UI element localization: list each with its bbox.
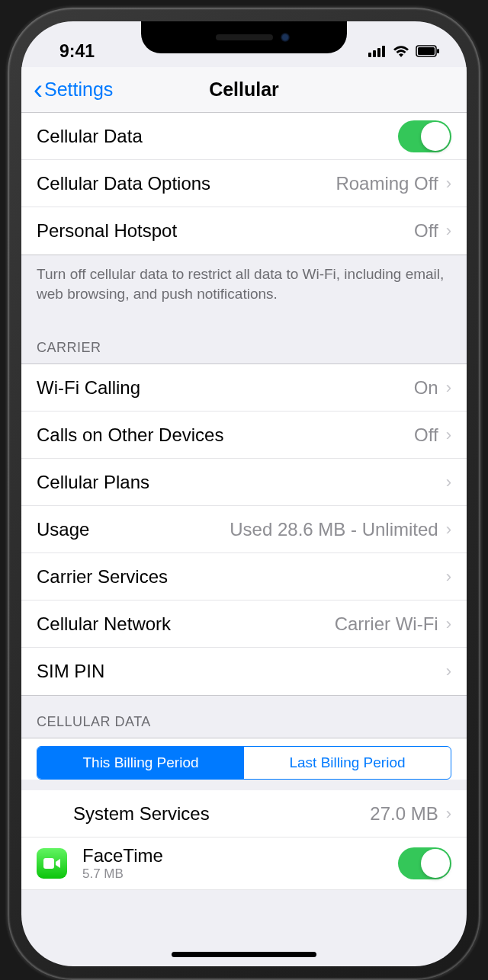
system-services-label: System Services [73,803,370,825]
usage-row[interactable]: Usage Used 28.6 MB - Unlimited › [21,506,467,553]
main-section: Cellular Data Cellular Data Options Roam… [21,113,467,255]
sim-pin-row[interactable]: SIM PIN › [21,648,467,695]
battery-icon [416,41,440,62]
usage-value: Used 28.6 MB - Unlimited [230,519,438,540]
facetime-usage: 5.7 MB [82,866,398,882]
status-time: 9:41 [59,41,95,62]
wifi-calling-value: On [414,377,438,399]
facetime-label: FaceTime [82,845,398,866]
cellular-plans-label: Cellular Plans [37,472,446,493]
chevron-left-icon: ‹ [34,76,43,104]
calls-other-devices-value: Off [414,424,438,446]
calls-other-devices-label: Calls on Other Devices [37,424,414,446]
personal-hotspot-value: Off [414,220,438,242]
cellular-data-row[interactable]: Cellular Data [21,113,467,160]
wifi-calling-row[interactable]: Wi-Fi Calling On › [21,364,467,412]
wifi-calling-label: Wi-Fi Calling [37,377,414,399]
system-services-row[interactable]: System Services 27.0 MB › [21,790,467,837]
calls-other-devices-row[interactable]: Calls on Other Devices Off › [21,412,467,459]
svg-rect-1 [373,50,376,57]
carrier-services-row[interactable]: Carrier Services › [21,553,467,600]
svg-rect-5 [418,47,435,55]
chevron-right-icon: › [446,472,451,492]
cellular-network-value: Carrier Wi-Fi [335,613,438,635]
section-footer-text: Turn off cellular data to restrict all d… [21,255,467,322]
wifi-icon [393,41,409,62]
cellular-data-toggle[interactable] [398,120,451,152]
svg-rect-0 [368,53,371,57]
billing-segmented-control: This Billing Period Last Billing Period [37,746,451,780]
cellular-network-row[interactable]: Cellular Network Carrier Wi-Fi › [21,600,467,648]
notch [141,21,347,53]
chevron-right-icon: › [446,661,451,681]
facetime-icon [37,848,67,879]
chevron-right-icon: › [446,221,451,241]
cellular-signal-icon [368,41,387,62]
svg-rect-7 [43,858,54,869]
chevron-right-icon: › [446,378,451,398]
cellular-data-options-label: Cellular Data Options [37,173,336,194]
carrier-section: Wi-Fi Calling On › Calls on Other Device… [21,363,467,696]
svg-rect-6 [437,49,439,53]
usage-label: Usage [37,519,230,540]
chevron-right-icon: › [446,520,451,540]
back-button[interactable]: ‹ Settings [34,76,113,104]
segment-last-period[interactable]: Last Billing Period [244,747,451,779]
facetime-row[interactable]: FaceTime 5.7 MB [21,837,467,890]
screen: 9:41 ‹ Settings Cellular C [21,21,467,966]
facetime-toggle[interactable] [398,847,451,879]
back-label: Settings [44,78,113,101]
home-indicator[interactable] [172,952,316,957]
sim-pin-label: SIM PIN [37,661,446,682]
page-title: Cellular [209,78,279,101]
cellular-data-label: Cellular Data [37,126,398,147]
personal-hotspot-label: Personal Hotspot [37,220,414,242]
cellular-data-header: CELLULAR DATA [21,696,467,738]
svg-rect-3 [382,46,385,57]
segment-this-period[interactable]: This Billing Period [37,747,244,779]
cellular-network-label: Cellular Network [37,613,335,635]
status-icons [368,41,440,62]
chevron-right-icon: › [446,174,451,194]
chevron-right-icon: › [446,425,451,445]
carrier-header: CARRIER [21,322,467,363]
navigation-bar: ‹ Settings Cellular [21,67,467,113]
phone-frame: 9:41 ‹ Settings Cellular C [8,8,480,980]
cellular-data-usage-section: System Services 27.0 MB › FaceTime 5.7 M… [21,790,467,890]
chevron-right-icon: › [446,804,451,824]
svg-rect-2 [377,48,380,57]
personal-hotspot-row[interactable]: Personal Hotspot Off › [21,207,467,255]
cellular-data-options-value: Roaming Off [336,173,438,194]
carrier-services-label: Carrier Services [37,566,446,588]
system-services-value: 27.0 MB [370,803,438,825]
cellular-data-options-row[interactable]: Cellular Data Options Roaming Off › [21,160,467,207]
chevron-right-icon: › [446,614,451,634]
chevron-right-icon: › [446,567,451,587]
cellular-plans-row[interactable]: Cellular Plans › [21,459,467,506]
